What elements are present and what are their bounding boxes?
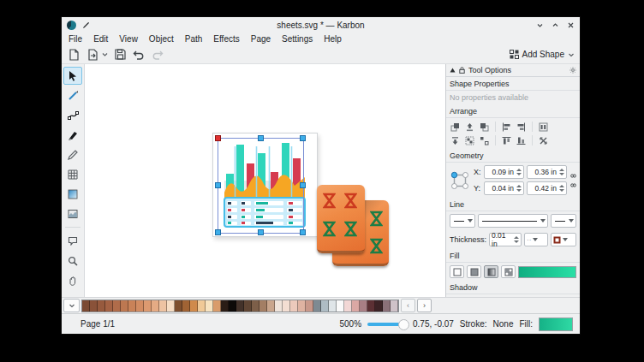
palette-swatch[interactable] <box>313 300 321 312</box>
palette-next-button[interactable]: › <box>417 299 432 312</box>
palette-swatch[interactable] <box>352 300 360 312</box>
fill-gradient-preview[interactable] <box>518 266 576 278</box>
fill-gradient-button[interactable] <box>484 265 498 278</box>
selection-handle-middle-left[interactable] <box>215 182 221 188</box>
close-button[interactable] <box>567 21 575 29</box>
x-position-input[interactable]: 0.09 in <box>484 165 524 179</box>
align-left-button[interactable] <box>500 122 513 133</box>
palette-swatch[interactable] <box>175 300 182 312</box>
selection-handle-bottom-center[interactable] <box>258 229 264 235</box>
palette-swatch[interactable] <box>267 300 275 312</box>
position-anchor-selector[interactable] <box>450 170 470 191</box>
lower-button[interactable] <box>478 122 491 133</box>
palette-swatch[interactable] <box>229 300 236 312</box>
palette-swatch[interactable] <box>190 300 198 312</box>
palette-swatch[interactable] <box>283 300 290 312</box>
palette-swatch[interactable] <box>321 300 329 312</box>
shape-handling-tool[interactable] <box>63 232 82 250</box>
fill-pattern-button[interactable] <box>501 265 516 278</box>
chart-illustration[interactable] <box>218 138 312 230</box>
palette-swatch[interactable] <box>121 300 128 312</box>
menu-item[interactable]: Settings <box>282 34 313 44</box>
freehand-path-tool[interactable] <box>63 86 82 104</box>
palette-swatch[interactable] <box>113 300 121 312</box>
menu-item[interactable]: Page <box>251 34 271 44</box>
palette-swatch[interactable] <box>159 300 167 312</box>
undo-button[interactable] <box>132 48 146 62</box>
thickness-input[interactable]: 0.01 in <box>489 233 522 246</box>
palette-swatch[interactable] <box>128 300 136 312</box>
align-top-button[interactable] <box>500 135 513 146</box>
width-input[interactable]: 0.36 in <box>527 165 567 179</box>
ungroup-button[interactable] <box>478 135 491 146</box>
maximize-button[interactable] <box>552 21 559 29</box>
selection-handle-top-center[interactable] <box>258 135 264 141</box>
menu-item[interactable]: View <box>119 34 138 44</box>
palette-swatch[interactable] <box>367 300 375 312</box>
palette-swatch[interactable] <box>90 300 98 312</box>
collapse-icon[interactable] <box>450 68 456 73</box>
fill-color-indicator[interactable] <box>539 317 573 331</box>
palette-selector-button[interactable] <box>63 299 80 312</box>
palette-prev-button[interactable]: ‹ <box>401 299 415 312</box>
align-bottom-button[interactable] <box>515 135 528 146</box>
line-end-marker-select[interactable] <box>551 214 576 228</box>
menu-item[interactable]: Edit <box>93 34 108 44</box>
selection-handle-top-left[interactable] <box>215 135 221 141</box>
pattern-tool[interactable] <box>63 205 82 223</box>
palette-swatch[interactable] <box>152 300 159 312</box>
selection-handle-bottom-left[interactable] <box>215 229 221 235</box>
group-button[interactable] <box>463 135 476 146</box>
line-style-select[interactable] <box>478 214 548 228</box>
distribute-horizontal-button[interactable] <box>537 122 550 133</box>
palette-swatch[interactable] <box>82 300 90 312</box>
y-position-input[interactable]: 0.04 in <box>484 181 524 195</box>
palette-swatch[interactable] <box>244 300 252 312</box>
path-edit-tool[interactable] <box>63 106 82 124</box>
distribute-total-button[interactable] <box>537 135 550 146</box>
menu-item[interactable]: Path <box>185 34 203 44</box>
zoom-slider-knob[interactable] <box>398 319 409 330</box>
canvas[interactable] <box>85 64 445 297</box>
palette-swatch[interactable] <box>198 300 206 312</box>
select-tool[interactable] <box>63 67 82 85</box>
pencil-tool[interactable] <box>63 145 82 163</box>
link-height-icon[interactable] <box>570 182 576 188</box>
grid-tool[interactable] <box>63 165 82 183</box>
add-shape-button[interactable]: Add Shape <box>510 50 575 59</box>
new-document-button[interactable] <box>67 48 80 62</box>
palette-swatch[interactable] <box>391 300 398 312</box>
gradient-tool[interactable] <box>63 185 82 203</box>
calligraphy-tool[interactable] <box>63 126 82 144</box>
palette-swatch[interactable] <box>221 300 229 312</box>
minimize-button[interactable] <box>536 21 544 29</box>
palette-swatch[interactable] <box>105 300 113 312</box>
palette-swatch[interactable] <box>136 300 144 312</box>
palette-swatch[interactable] <box>144 300 152 312</box>
line-start-marker-select[interactable] <box>450 214 475 228</box>
align-right-button[interactable] <box>515 122 528 133</box>
raise-button[interactable] <box>463 122 476 133</box>
palette-swatch[interactable] <box>298 300 306 312</box>
palette-swatch[interactable] <box>275 300 283 312</box>
palette-swatch[interactable] <box>259 300 267 312</box>
zoom-tool[interactable] <box>63 252 82 270</box>
redo-button[interactable] <box>151 48 164 62</box>
palette-swatch[interactable] <box>383 300 391 312</box>
palette-swatch[interactable] <box>360 300 367 312</box>
menu-item[interactable]: Help <box>324 34 342 44</box>
docker-settings-icon[interactable] <box>569 67 576 74</box>
open-document-button[interactable] <box>86 48 99 62</box>
zoom-slider[interactable] <box>367 323 407 326</box>
palette-swatch[interactable] <box>167 300 175 312</box>
open-dropdown-chevron-icon[interactable] <box>102 51 108 57</box>
selection-handle-bottom-right[interactable] <box>300 229 306 235</box>
menu-item[interactable]: File <box>69 34 82 44</box>
menu-item[interactable]: Effects <box>213 34 239 44</box>
menu-item[interactable]: Object <box>149 34 174 44</box>
palette-swatch[interactable] <box>337 300 344 312</box>
stroke-color-button[interactable] <box>551 233 576 246</box>
palette-swatch[interactable] <box>306 300 313 312</box>
palette-swatch[interactable] <box>329 300 337 312</box>
palette-swatch[interactable] <box>213 300 221 312</box>
